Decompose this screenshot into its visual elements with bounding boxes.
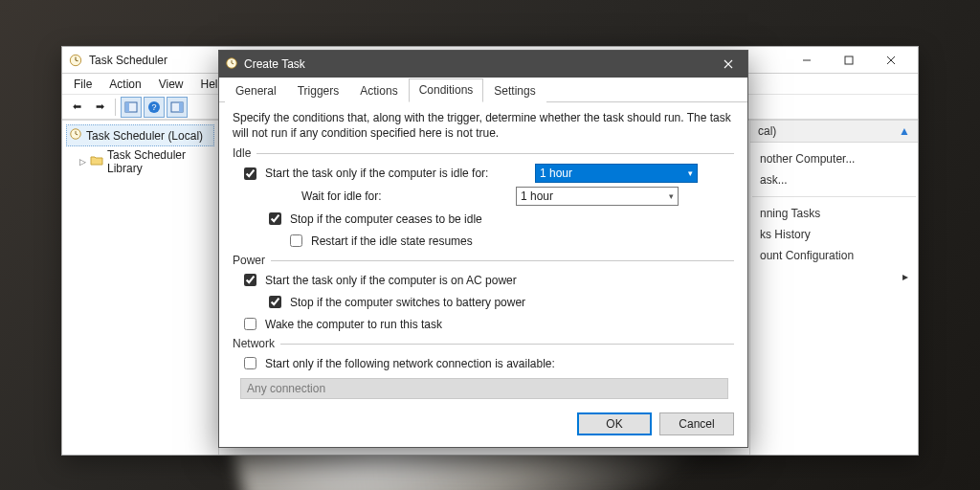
menu-action[interactable]: Action bbox=[101, 76, 148, 93]
clock-icon bbox=[68, 53, 83, 68]
chevron-down-icon: ▾ bbox=[688, 168, 693, 178]
checkbox-on-ac[interactable] bbox=[244, 274, 256, 286]
actions-submenu-caret[interactable]: ▸ bbox=[758, 266, 910, 274]
actions-item-5[interactable]: ount Configuration bbox=[758, 245, 910, 266]
label-wake-to-run: Wake the computer to run this task bbox=[265, 318, 442, 331]
svg-text:?: ? bbox=[151, 102, 156, 112]
checkbox-stop-if-ceases[interactable] bbox=[269, 212, 281, 225]
dialog-titlebar: Create Task bbox=[219, 51, 747, 78]
label-restart-if-resumes: Restart if the idle state resumes bbox=[311, 234, 473, 248]
ok-button[interactable]: OK bbox=[577, 412, 652, 435]
tab-actions[interactable]: Actions bbox=[349, 79, 408, 102]
tab-triggers[interactable]: Triggers bbox=[287, 79, 350, 102]
dialog-close-button[interactable] bbox=[709, 51, 747, 78]
actions-item-3[interactable]: nning Tasks bbox=[758, 203, 910, 224]
dialog-button-row: OK Cancel bbox=[219, 409, 747, 447]
dialog-icon bbox=[225, 56, 238, 73]
create-task-dialog: Create Task General Triggers Actions Con… bbox=[218, 50, 748, 448]
tree-child[interactable]: ▷ Task Scheduler Library bbox=[66, 146, 214, 177]
menu-file[interactable]: File bbox=[66, 76, 100, 93]
actions-item-1[interactable]: ask... bbox=[758, 169, 910, 190]
parent-title: Task Scheduler bbox=[89, 54, 167, 67]
label-on-ac: Start the task only if the computer is o… bbox=[265, 274, 517, 287]
nav-forward-icon[interactable]: ➡ bbox=[89, 97, 110, 118]
toolbar-icon-1[interactable] bbox=[121, 97, 142, 118]
cancel-button[interactable]: Cancel bbox=[659, 412, 734, 435]
tab-general[interactable]: General bbox=[225, 79, 287, 102]
actions-pane: cal) ▲ nother Computer... ask... nning T… bbox=[749, 121, 918, 455]
actions-group-title: cal) ▲ bbox=[750, 121, 918, 143]
checkbox-wake-to-run[interactable] bbox=[244, 318, 256, 330]
folder-icon bbox=[90, 155, 103, 169]
svg-rect-4 bbox=[845, 56, 853, 64]
combo-wait-for-idle[interactable]: 1 hour▾ bbox=[516, 187, 679, 206]
combo-idle-for[interactable]: 1 hour▾ bbox=[535, 164, 698, 183]
checkbox-idle-start[interactable] bbox=[244, 167, 256, 180]
label-network-only: Start only if the following network conn… bbox=[265, 357, 555, 370]
tree-pane: Task Scheduler (Local) ▷ Task Scheduler … bbox=[62, 121, 219, 455]
label-stop-on-battery: Stop if the computer switches to battery… bbox=[290, 296, 525, 309]
nav-back-icon[interactable]: ⬅ bbox=[66, 97, 87, 118]
tree-root-label: Task Scheduler (Local) bbox=[86, 129, 203, 143]
menu-view[interactable]: View bbox=[151, 76, 191, 93]
group-idle: Idle bbox=[233, 146, 734, 160]
label-wait-for-idle: Wait for idle for: bbox=[301, 189, 510, 203]
clock-icon bbox=[69, 127, 82, 144]
dialog-title: Create Task bbox=[244, 57, 305, 71]
group-network: Network bbox=[233, 337, 734, 350]
label-stop-if-ceases: Stop if the computer ceases to be idle bbox=[290, 212, 482, 226]
chevron-right-icon: ▷ bbox=[79, 157, 86, 167]
tree-root[interactable]: Task Scheduler (Local) bbox=[66, 124, 214, 146]
minimize-button[interactable] bbox=[786, 47, 828, 74]
label-idle-start: Start the task only if the computer is i… bbox=[265, 167, 529, 180]
actions-item-0[interactable]: nother Computer... bbox=[758, 148, 910, 169]
chevron-down-icon: ▾ bbox=[669, 191, 674, 201]
dialog-tabs: General Triggers Actions Conditions Sett… bbox=[219, 78, 747, 102]
tab-settings[interactable]: Settings bbox=[483, 79, 546, 102]
checkbox-stop-on-battery[interactable] bbox=[269, 296, 281, 308]
toolbar-icon-3[interactable] bbox=[167, 97, 188, 118]
tree-child-label: Task Scheduler Library bbox=[107, 148, 212, 175]
combo-network-connection: Any connection bbox=[240, 378, 728, 399]
tab-conditions[interactable]: Conditions bbox=[409, 78, 484, 102]
svg-rect-8 bbox=[125, 102, 129, 112]
conditions-description: Specify the conditions that, along with … bbox=[233, 110, 734, 141]
collapse-icon[interactable]: ▲ bbox=[899, 124, 910, 138]
actions-item-4[interactable]: ks History bbox=[758, 224, 910, 245]
checkbox-network-only[interactable] bbox=[244, 357, 256, 369]
maximize-button[interactable] bbox=[828, 47, 870, 74]
close-button[interactable] bbox=[870, 47, 912, 74]
svg-rect-12 bbox=[179, 102, 183, 112]
group-power: Power bbox=[233, 254, 734, 267]
checkbox-restart-if-resumes[interactable] bbox=[290, 234, 302, 247]
help-icon[interactable]: ? bbox=[144, 97, 165, 118]
